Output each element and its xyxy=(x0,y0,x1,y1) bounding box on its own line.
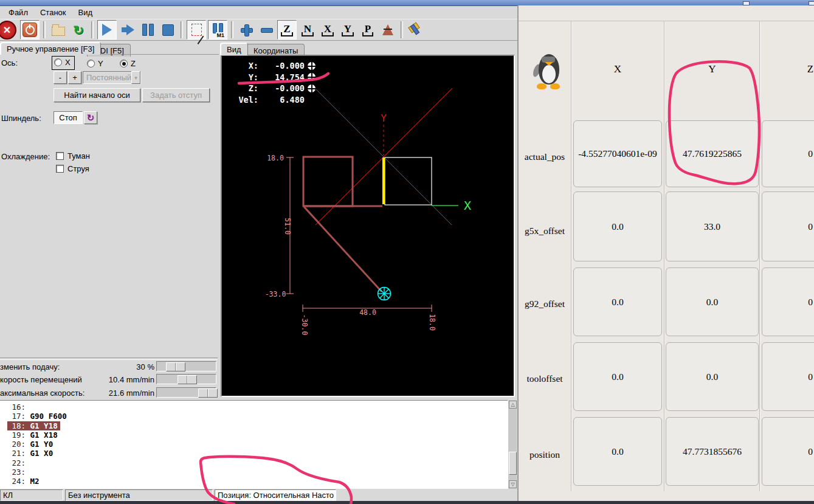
jog-minus-button[interactable]: - xyxy=(53,71,67,84)
radio-z-label: Z xyxy=(131,59,136,68)
dim-left: -30.0 xyxy=(300,314,309,336)
tool-marker-icon xyxy=(378,288,391,300)
view-p-button[interactable]: P xyxy=(359,21,377,39)
zoom-in-button[interactable] xyxy=(237,21,255,39)
window-close-icon[interactable] xyxy=(809,1,814,5)
scroll-up-icon[interactable]: △ xyxy=(509,401,517,409)
combo-arrow-icon: ▾ xyxy=(131,71,140,84)
optional-pause-icon: M1 xyxy=(212,23,224,36)
menu-machine[interactable]: Станок xyxy=(34,7,72,18)
cell-tooloffset-y: 0.0 xyxy=(666,342,759,411)
rotate-view-button[interactable] xyxy=(379,21,397,39)
slider-thumb[interactable] xyxy=(178,375,197,384)
cell-tooloffset-x: 0.0 xyxy=(573,342,662,411)
cell-g5x-x: 0.0 xyxy=(573,192,662,261)
homed-icon xyxy=(308,62,316,70)
view-z-icon: Z xyxy=(281,23,292,36)
brush-icon xyxy=(411,21,421,38)
view-p-icon: P xyxy=(363,23,373,36)
scroll-thumb[interactable] xyxy=(509,452,517,475)
toolbar-separator xyxy=(231,21,233,38)
plot-y-axis-label: Y xyxy=(381,112,387,124)
row-label: g5x_offset xyxy=(519,226,571,236)
spindle-turn-button[interactable]: ↻ xyxy=(84,111,97,124)
cell-position-y: 47.7731855676 xyxy=(666,417,759,486)
view-x-button[interactable]: X xyxy=(319,21,337,39)
radio-axis-x[interactable]: X xyxy=(52,56,75,70)
gcode-line: 22: xyxy=(0,458,508,468)
touch-off-button[interactable]: Задать отступ xyxy=(142,88,210,102)
stop-icon xyxy=(162,24,174,36)
jog-speed-slider[interactable] xyxy=(156,374,216,384)
radio-axis-z[interactable]: Z xyxy=(120,59,136,68)
window-minimize-icon[interactable] xyxy=(743,1,750,5)
header-y: Y xyxy=(666,63,759,75)
slider-thumb[interactable] xyxy=(198,388,218,398)
preview-plot[interactable]: Y X xyxy=(221,55,515,397)
menu-file[interactable]: Файл xyxy=(2,7,34,18)
slider-panel-divider xyxy=(0,357,218,360)
dim-top: 18.0 xyxy=(267,154,284,162)
dro-readout: X:-0.000 Y:14.754 Z:-0.000 Vel:6.480 xyxy=(229,60,316,105)
tab-preview[interactable]: Вид xyxy=(220,43,248,55)
view-y-button[interactable]: Y xyxy=(339,21,357,39)
pause-button[interactable] xyxy=(139,21,157,39)
machine-power-button[interactable] xyxy=(20,20,40,40)
rotate-cone-icon xyxy=(382,24,393,35)
step-button[interactable] xyxy=(119,21,137,39)
view-z2-button[interactable]: N xyxy=(298,21,317,39)
gcode-line: 16: xyxy=(0,402,508,412)
stop-button[interactable] xyxy=(159,21,177,39)
table-top-border xyxy=(519,21,814,21)
zoom-out-icon xyxy=(261,24,272,35)
scroll-down-icon[interactable]: ▽ xyxy=(509,480,517,488)
flood-checkbox[interactable]: Струя xyxy=(56,164,89,173)
zoom-out-button[interactable] xyxy=(257,21,275,39)
menu-view[interactable]: Вид xyxy=(72,7,99,18)
feed-override-label: зменить подачу: xyxy=(0,362,60,371)
pause-icon xyxy=(142,24,147,36)
homed-icon xyxy=(308,85,316,92)
dro-x-label: X: xyxy=(229,60,258,72)
coordinates-table-panel: X Y Z actual_pos -4.55277040601e-09 47.7… xyxy=(517,5,814,501)
estop-icon: ✕ xyxy=(0,21,16,40)
mist-checkbox[interactable]: Туман xyxy=(56,151,90,161)
gcode-scrollbar[interactable]: △ ▽ xyxy=(508,400,517,489)
estop-button[interactable]: ✕ xyxy=(0,21,18,39)
gcode-line: 17: G90 F600 xyxy=(0,412,508,421)
view-z-button[interactable]: Z xyxy=(277,20,297,40)
radio-axis-y[interactable]: Y xyxy=(87,59,103,68)
open-file-button[interactable] xyxy=(49,21,67,39)
optional-pause-toggle[interactable]: M1 xyxy=(208,20,227,40)
max-velocity-value: 21.6 mm/min xyxy=(90,388,154,398)
max-velocity-row: аксимальная скорость: 21.6 mm/min xyxy=(0,387,218,399)
dim-width: 48.0 xyxy=(359,308,376,317)
reload-button[interactable]: ↻ xyxy=(69,21,88,39)
step-icon xyxy=(126,24,134,35)
gcode-listing[interactable]: 16: 17: G90 F600 18: G1 Y18 19: G1 X18 2… xyxy=(0,400,508,489)
toolbar: ✕ ↻ M1 Z N X Y P xyxy=(0,19,517,41)
cell-position-x: 0.0 xyxy=(573,417,662,486)
gcode-line: 21: G1 X0 xyxy=(0,449,508,458)
skip-lines-toggle[interactable] xyxy=(187,20,206,40)
cell-g92-x: 0.0 xyxy=(573,268,662,336)
slider-thumb[interactable] xyxy=(166,362,185,371)
cell-g5x-z: 0 xyxy=(762,192,814,261)
home-axis-button[interactable]: Найти начало оси xyxy=(53,88,140,102)
cell-actual-pos-z: 0 xyxy=(762,120,814,187)
row-label: g92_offset xyxy=(519,299,571,309)
cell-tooloffset-z: 0 xyxy=(762,342,814,411)
zoom-in-icon xyxy=(241,24,252,35)
jog-increment-combo[interactable]: Постоянный ▾ xyxy=(83,71,141,84)
spindle-stop-button[interactable]: Стоп xyxy=(53,111,83,124)
toolbar-separator xyxy=(91,21,94,38)
jog-plus-button[interactable]: + xyxy=(68,71,81,84)
max-velocity-slider[interactable] xyxy=(156,387,216,398)
feed-override-slider[interactable] xyxy=(156,361,216,371)
run-button[interactable] xyxy=(97,20,117,40)
toolbar-separator xyxy=(401,21,403,38)
homed-icon xyxy=(308,73,316,81)
tab-manual-control[interactable]: Ручное управление [F3] xyxy=(0,42,101,55)
cell-g92-y: 0.0 xyxy=(666,268,759,336)
clear-plot-button[interactable] xyxy=(407,21,425,39)
